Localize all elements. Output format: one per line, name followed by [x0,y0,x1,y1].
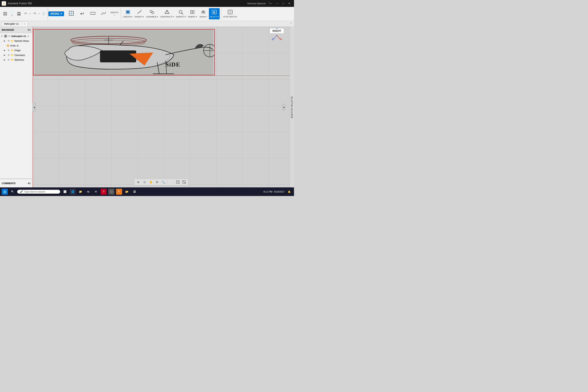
help-icon[interactable]: ? ▾ [268,2,272,5]
windows-start-button[interactable]: ⊞ [2,189,8,195]
app-grid-icon[interactable] [2,11,8,17]
browser-tree: ▼ 👁 helicopter v1 ⚙ ▶ 👁 📁 Named Views [0,33,32,178]
named-views-arrow[interactable]: ▶ [4,40,6,42]
sketches-arrow[interactable]: ▶ [4,59,6,61]
svg-line-50 [274,35,277,39]
origin-folder-icon: 📁 [11,49,14,52]
browser-header-icons: ◀ | [27,28,31,31]
inspect-button[interactable]: INSPECT ▾ [175,8,187,19]
redo-dropdown[interactable]: ▾ [38,13,39,15]
root-settings-icon[interactable]: ⚙ [27,35,29,38]
display-mode-btn[interactable]: ⬜ [169,180,175,184]
edge-browser-icon[interactable]: 🌐 [70,189,76,195]
file-explorer-icon[interactable]: 📂 [124,189,130,195]
origin-visibility[interactable]: 👁 [7,49,10,52]
maximize-button[interactable]: □ [280,1,286,6]
tree-canvases[interactable]: ▶ 👁 📁 Canvases [0,53,32,58]
svg-rect-3 [5,14,7,16]
line-tool-button[interactable] [88,8,98,19]
model-label: MODEL [50,12,60,15]
search-mic-icon: 🎤 [20,190,23,193]
file-menu-button[interactable]: 📄▾ [9,11,15,17]
svg-rect-14 [127,11,129,13]
store-icon[interactable]: 🛍 [85,189,91,195]
make-button[interactable]: MAKE ▾ [198,8,208,19]
svg-rect-44 [100,50,136,62]
browser-panel: BROWSER ◀ | ▼ 👁 helicopter v1 ⚙ ▶ 👁 📁 [0,27,33,188]
browser-more-icon[interactable]: | [30,28,31,31]
root-visibility-icon[interactable]: 👁 [8,35,11,38]
select-button[interactable]: SELECT ▾ [209,8,220,19]
canvases-visibility[interactable]: 👁 [7,54,10,56]
tab-close-button[interactable]: ✕ [24,23,25,25]
sketch-palette-toggle[interactable]: ◀ [282,104,285,110]
folder-icon[interactable]: 📁 [77,189,83,195]
stop-sketch-button[interactable]: STOP SKETCH [222,8,238,19]
named-views-visibility[interactable]: 👁 [7,39,10,42]
sketch-label-btn[interactable]: SKETCH ▾ [109,8,120,19]
helicopter-tab[interactable]: helicopter v1 ◯ ✕ [2,22,28,26]
undo-button[interactable] [23,11,29,17]
sidebar-collapse-button[interactable]: ◀ [33,103,36,112]
notifications-icon[interactable]: 🔔 [286,189,292,195]
sketch-undo-btn[interactable]: ↩ [77,8,87,19]
tree-origin[interactable]: ▶ 👁 📁 Origin [0,48,32,53]
canvas-area[interactable]: SiDE Y RIGHT Z X ⊕ [33,27,290,188]
construct-button[interactable]: CONSTRUCT ▾ [159,8,175,19]
titlebar-right: Veronica Spencer ? ▾ ─ □ ✕ [247,1,292,6]
fusion-icon[interactable]: F [116,189,122,195]
canvases-arrow[interactable]: ▶ [4,54,6,56]
root-collapse-arrow[interactable]: ▼ [1,35,3,37]
tree-units: Units: in [0,43,32,48]
tree-sketches[interactable]: ▶ 👁 📁 Sketches [0,58,32,62]
window-controls: ─ □ ✕ [274,1,292,6]
minimize-button[interactable]: ─ [274,1,280,6]
user-menu[interactable]: Veronica Spencer [247,2,266,5]
taskbar-search[interactable]: 🎤 Type here to search [17,190,60,194]
move-tool-button[interactable]: ⊕ [136,180,141,184]
sketch-create-button[interactable] [66,8,76,19]
svg-rect-1 [5,12,7,14]
environment-btn[interactable] [181,180,187,184]
collapse-arrow[interactable]: ⌃ [290,22,292,26]
app-icon-6[interactable]: ⬡ [108,189,114,195]
select-label: SELECT ▾ [210,16,219,18]
modify-label: MODIFY ▾ [135,16,144,18]
comments-more-icon[interactable]: | [30,182,31,184]
browser-expand-icon[interactable]: ◀ [27,28,29,31]
origin-arrow[interactable]: ▶ [4,49,6,52]
close-button[interactable]: ✕ [286,1,292,6]
powerpoint-icon[interactable]: P [101,189,107,195]
tree-root-item[interactable]: ▼ 👁 helicopter v1 ⚙ [0,34,32,38]
look-at-button[interactable]: ⚙ [154,180,160,184]
save-button[interactable] [16,11,22,17]
history-icon[interactable]: 🕐 [40,11,46,17]
photos-icon[interactable]: 🖼 [132,189,138,195]
canvases-folder-icon: 📁 [11,54,14,56]
assemble-button[interactable]: ASSEMBLE ▾ [145,8,159,19]
tree-named-views[interactable]: ▶ 👁 📁 Named Views [0,38,32,43]
mail-icon[interactable]: ✉ [93,189,99,195]
zoom-button[interactable]: 🔍 [161,180,166,184]
svg-marker-7 [24,13,25,14]
sketch-btn-3[interactable] [98,8,109,19]
sketch-create-icon [69,11,74,17]
orbit-tool-button[interactable]: ⊙ [142,180,147,184]
search-placeholder: Type here to search [24,190,45,193]
grid-btn[interactable] [175,180,181,184]
redo-button[interactable] [32,11,38,17]
comments-expand-icon[interactable]: ◀ [27,182,29,184]
model-menu-button[interactable]: MODEL ▾ [48,12,64,16]
taskbar: ⊞ 🔍 🎤 Type here to search ⬜ 🌐 📁 🛍 ✉ P ⬡ … [0,188,294,196]
sketches-visibility[interactable]: 👁 [7,58,10,61]
cortana-button[interactable]: 🔍 [9,189,15,195]
modify-button[interactable]: MODIFY ▾ [134,8,145,19]
undo-dropdown[interactable]: ▾ [30,13,31,15]
create-button[interactable]: CREATE ▾ [122,8,133,19]
sketch-dropdown[interactable]: ▾ [114,14,115,16]
pan-tool-button[interactable]: ✋ [148,180,154,184]
insert-icon [190,10,195,15]
canvas-tools-bar: ⊕ ⊙ ✋ ⚙ 🔍 ⬜ [134,179,189,185]
task-view-button[interactable]: ⬜ [62,189,68,195]
insert-button[interactable]: INSERT ▾ [187,8,197,19]
